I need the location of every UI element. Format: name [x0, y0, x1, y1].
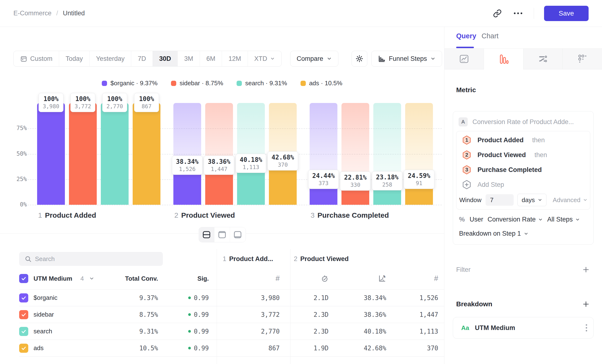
- report-type-funnels[interactable]: [484, 49, 524, 69]
- table-row-organic[interactable]: $organic9.37%0.993,9802.1D38.34%1,526: [19, 289, 444, 306]
- report-type-insights[interactable]: [444, 49, 484, 69]
- legend-item-organic[interactable]: $organic · 9.37%: [102, 79, 158, 87]
- chart-type-button[interactable]: Funnel Steps: [371, 51, 442, 67]
- bar-search-step1[interactable]: [101, 103, 129, 205]
- legend-label: ads · 10.5%: [309, 79, 343, 87]
- query-step-2[interactable]: 2Product Viewedthen: [456, 148, 590, 162]
- total-conv-header[interactable]: Total Conv.: [110, 275, 158, 282]
- funnel-steps-icon: [378, 55, 386, 63]
- advanced-toggle[interactable]: Advanced: [553, 196, 588, 204]
- breakdown-column-header[interactable]: UTM Medium: [33, 275, 72, 282]
- conversion-rate-header[interactable]: %: [329, 274, 386, 283]
- tooltip-percent: 38.36%: [208, 158, 230, 165]
- breadcrumb-parent[interactable]: E-Commerce: [13, 10, 52, 17]
- column-step1-title[interactable]: 1Product Add...: [223, 252, 273, 266]
- kebab-menu-icon[interactable]: [586, 324, 587, 332]
- report-type-retention[interactable]: [563, 49, 602, 69]
- search-input[interactable]: [19, 252, 163, 266]
- layout-toggle-bottom-panel-view[interactable]: [230, 227, 246, 242]
- save-button[interactable]: Save: [544, 6, 589, 21]
- range-yesterday[interactable]: Yesterday: [90, 51, 131, 66]
- bar-ads-step1[interactable]: [133, 103, 161, 205]
- chart-settings-button[interactable]: [352, 51, 367, 67]
- range-3m[interactable]: 3M: [178, 51, 200, 66]
- bar-sidebar-step1[interactable]: [69, 103, 97, 205]
- step-hexagon-badge: 2: [462, 150, 472, 160]
- range-custom[interactable]: Custom: [14, 51, 59, 66]
- row-checkbox[interactable]: [19, 310, 28, 319]
- sig-number: 0.99: [194, 294, 209, 301]
- avg-time-header[interactable]: [290, 275, 329, 282]
- range-7d[interactable]: 7D: [131, 51, 153, 66]
- breakdown-on-dropdown[interactable]: Breakdown on Step 1: [459, 230, 590, 237]
- layout-toggle-top-panel-view[interactable]: [214, 227, 230, 242]
- add-breakdown-icon[interactable]: [581, 299, 591, 309]
- compare-button[interactable]: Compare: [290, 51, 338, 67]
- y-tick-label: 25%: [0, 176, 27, 182]
- layout-toggle-split-view[interactable]: [199, 227, 214, 242]
- query-panel: Query Chart: [444, 27, 602, 364]
- select-all-checkbox[interactable]: [19, 274, 28, 283]
- more-options-icon[interactable]: [511, 7, 525, 20]
- table-row-search[interactable]: search9.31%0.992,7702.3D40.18%1,113: [19, 323, 444, 340]
- row-name-cell: $organic: [19, 293, 110, 302]
- bar-value-tooltip: 22.81%330: [340, 171, 371, 191]
- hash-icon[interactable]: #: [276, 274, 280, 283]
- table-row-sidebar[interactable]: sidebar8.75%0.993,7722.3D38.36%1,447: [19, 306, 444, 323]
- table-row-ads[interactable]: ads10.5%0.998671.9D42.68%370: [19, 340, 444, 357]
- funnel-bars-icon: [498, 54, 509, 65]
- measurement-metric-dropdown[interactable]: Conversion Rate: [488, 216, 543, 223]
- range-12m[interactable]: 12M: [222, 51, 248, 66]
- report-type-flows[interactable]: [524, 49, 563, 69]
- range-today[interactable]: Today: [59, 51, 90, 66]
- measurement-entity[interactable]: User: [470, 216, 483, 223]
- percent-icon: %: [459, 216, 465, 223]
- window-unit-select[interactable]: days: [517, 194, 547, 206]
- query-step-3[interactable]: 3Purchase Completed: [456, 162, 590, 177]
- legend-item-ads[interactable]: ads · 10.5%: [301, 79, 343, 87]
- legend-item-sidebar[interactable]: sidebar · 8.75%: [171, 79, 223, 87]
- tooltip-count: 3,980: [43, 103, 59, 109]
- bar-slot: 100%3,980: [37, 103, 65, 205]
- measurement-scope-dropdown[interactable]: All Steps: [547, 216, 580, 223]
- bar-value-tooltip: 42.68%370: [268, 151, 298, 171]
- filter-section: Filter: [453, 264, 594, 275]
- window-value-input[interactable]: [486, 194, 514, 206]
- share-link-icon[interactable]: [491, 7, 504, 20]
- breadcrumb: E-Commerce / Untitled: [13, 10, 85, 17]
- tab-chart[interactable]: Chart: [482, 32, 499, 40]
- insights-chart-icon: [458, 53, 470, 65]
- significance-dot: [188, 297, 191, 299]
- breakdown-item-utm-medium[interactable]: AaUTM Medium: [453, 317, 594, 339]
- series-badge: A: [459, 117, 468, 127]
- legend-item-search[interactable]: search · 9.31%: [236, 79, 287, 87]
- tooltip-count: 867: [138, 103, 155, 109]
- range-xtd[interactable]: XTD: [248, 51, 281, 66]
- sig-value: 0.99: [158, 328, 217, 335]
- hash-icon[interactable]: #: [434, 274, 438, 283]
- panel-tabs: Query Chart: [444, 27, 602, 49]
- chevron-down-icon[interactable]: [89, 276, 94, 281]
- add-step-row[interactable]: Add Step: [456, 177, 590, 192]
- tooltip-count: 373: [312, 180, 335, 186]
- step2-count-value: 370: [386, 345, 444, 352]
- row-name-label: sidebar: [33, 311, 54, 318]
- bar-organic-step1[interactable]: [37, 103, 65, 205]
- report-canvas: CustomTodayYesterday7D30D3M6M12MXTD Comp…: [0, 27, 444, 364]
- legend-swatch: [102, 81, 107, 86]
- row-checkbox[interactable]: [19, 293, 28, 302]
- calendar-icon: [20, 55, 27, 62]
- range-30d[interactable]: 30D: [153, 51, 178, 66]
- range-6m[interactable]: 6M: [200, 51, 222, 66]
- metric-series-row[interactable]: A Conversion Rate of Product Adde...: [459, 116, 588, 128]
- bar-slot: 38.36%1,447: [205, 103, 233, 205]
- add-filter-icon[interactable]: [581, 264, 591, 275]
- row-checkbox[interactable]: [19, 327, 28, 336]
- sig-header[interactable]: Sig.: [158, 275, 217, 282]
- tab-query[interactable]: Query: [456, 32, 476, 40]
- filter-heading: Filter: [456, 266, 471, 273]
- query-step-1[interactable]: 1Product Addedthen: [456, 133, 590, 148]
- metric-heading: Metric: [456, 86, 594, 94]
- column-step2-title[interactable]: 2Product Viewed: [294, 252, 349, 266]
- row-checkbox[interactable]: [19, 344, 28, 353]
